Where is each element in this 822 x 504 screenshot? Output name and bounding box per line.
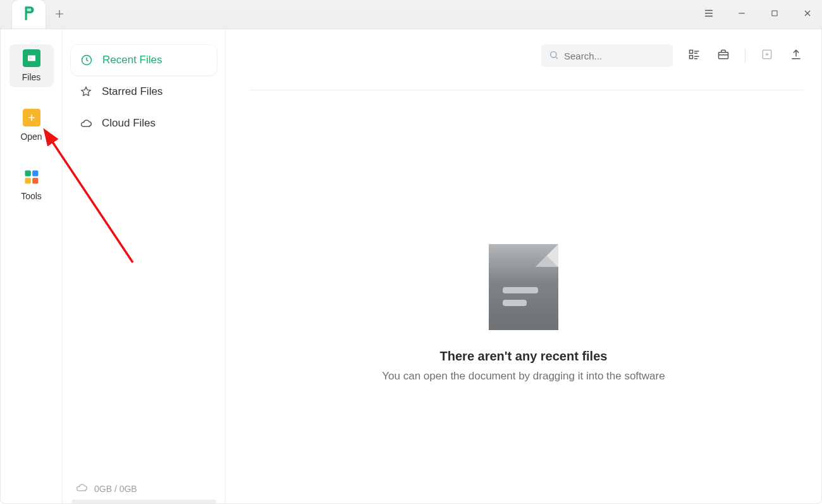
search-field[interactable] <box>541 44 673 67</box>
svg-rect-12 <box>690 56 693 59</box>
svg-rect-13 <box>719 52 728 59</box>
rail-item-open[interactable]: Open <box>9 104 54 147</box>
minimize-icon <box>737 8 747 21</box>
minimize-button[interactable] <box>733 6 750 23</box>
cloud-storage-icon <box>75 481 88 496</box>
plus-square-icon <box>761 48 773 63</box>
svg-rect-11 <box>690 50 693 53</box>
svg-rect-6 <box>32 171 38 176</box>
upload-button[interactable] <box>788 48 804 63</box>
maximize-button[interactable] <box>766 6 783 23</box>
svg-rect-1 <box>772 11 777 16</box>
hamburger-menu-button[interactable] <box>701 6 717 23</box>
settings-button[interactable] <box>716 48 731 63</box>
upload-icon <box>790 48 802 63</box>
rail-item-tools[interactable]: Tools <box>9 163 54 206</box>
list-view-icon <box>688 48 701 63</box>
storage-text: 0GB / 0GB <box>94 484 137 494</box>
sidebar-item-label: Recent Files <box>102 54 162 66</box>
sidebar-item-label: Starred Files <box>102 85 163 98</box>
close-button[interactable] <box>799 6 816 23</box>
cloud-icon <box>79 116 93 130</box>
sidebar-item-cloud[interactable]: Cloud Files <box>70 108 218 139</box>
plus-icon <box>54 7 65 23</box>
divider <box>745 49 745 63</box>
svg-point-10 <box>551 51 556 57</box>
app-logo-icon <box>21 5 37 24</box>
search-icon <box>549 50 559 62</box>
storage-progress <box>71 500 216 503</box>
left-rail: Files Open Tools <box>1 29 63 503</box>
search-input[interactable] <box>564 51 665 61</box>
close-icon <box>802 8 813 21</box>
rail-item-label: Tools <box>21 191 42 201</box>
new-file-button[interactable] <box>759 48 775 63</box>
main-area: There aren't any recent files You can op… <box>226 29 821 503</box>
files-icon <box>23 49 40 67</box>
svg-rect-3 <box>28 58 32 58</box>
app-tab[interactable] <box>11 0 46 28</box>
star-icon <box>79 85 93 99</box>
sidebar: Recent Files Starred Files Cloud Files 0… <box>63 29 226 503</box>
tools-icon <box>23 168 40 186</box>
clock-icon <box>80 53 94 67</box>
toolbox-icon <box>717 48 730 63</box>
toolbar <box>541 44 804 67</box>
svg-rect-8 <box>32 178 38 183</box>
view-toggle-button[interactable] <box>687 48 702 63</box>
rail-item-label: Open <box>20 132 42 142</box>
empty-document-icon <box>489 244 558 330</box>
svg-rect-2 <box>28 56 35 61</box>
body: Files Open Tools Rec <box>0 29 822 504</box>
open-icon <box>23 109 40 126</box>
empty-state: There aren't any recent files You can op… <box>226 244 821 383</box>
hamburger-icon <box>703 8 715 22</box>
rail-item-label: Files <box>22 72 41 82</box>
new-tab-button[interactable] <box>46 2 73 28</box>
storage-status: 0GB / 0GB <box>75 481 212 496</box>
empty-subtitle: You can open the document by dragging it… <box>382 370 665 383</box>
maximize-icon <box>770 9 779 20</box>
sidebar-item-recent[interactable]: Recent Files <box>70 44 218 76</box>
sidebar-item-label: Cloud Files <box>102 117 156 130</box>
svg-rect-4 <box>28 59 32 59</box>
svg-rect-0 <box>27 8 31 11</box>
titlebar <box>0 0 822 29</box>
window-controls <box>701 0 816 29</box>
empty-title: There aren't any recent files <box>440 349 608 364</box>
rail-item-files[interactable]: Files <box>9 44 54 87</box>
svg-rect-7 <box>25 178 30 183</box>
svg-rect-5 <box>25 171 30 176</box>
sidebar-item-starred[interactable]: Starred Files <box>70 76 218 108</box>
divider-line <box>250 90 804 90</box>
